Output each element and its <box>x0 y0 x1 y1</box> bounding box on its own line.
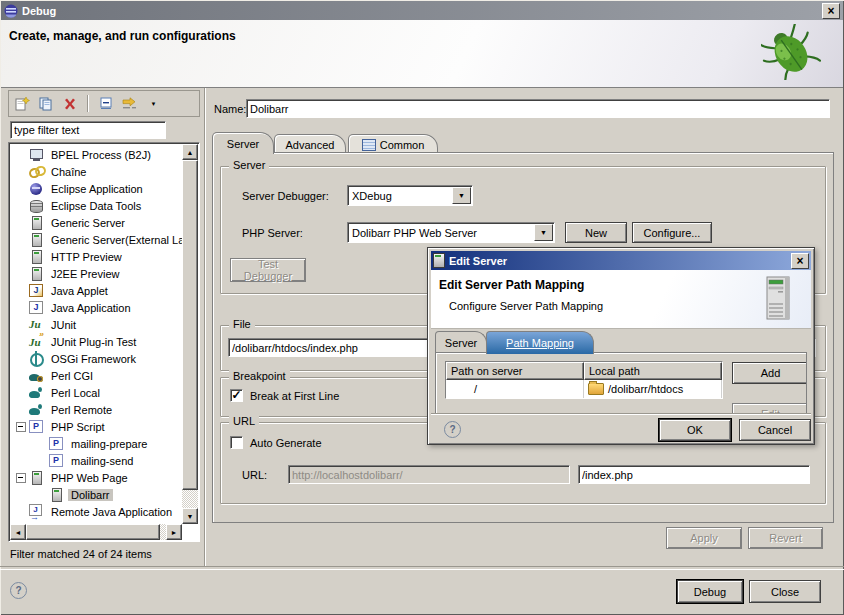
cancel-button[interactable]: Cancel <box>739 419 811 441</box>
revert-button[interactable]: Revert <box>748 527 823 549</box>
base-url-input[interactable] <box>288 465 570 484</box>
filter-input[interactable] <box>10 121 166 139</box>
duplicate-icon[interactable] <box>37 95 54 112</box>
auto-generate-label: Auto Generate <box>250 437 322 449</box>
dropdown-arrow-icon[interactable] <box>534 224 553 241</box>
tree-item-label: Java Application <box>48 302 134 314</box>
delete-icon[interactable] <box>61 95 78 112</box>
php-server-select[interactable]: Dolibarr PHP Web Server <box>347 222 555 243</box>
dropdown-arrow-icon[interactable] <box>452 187 471 204</box>
tree-item-label: Java Applet <box>48 285 111 297</box>
tree-panel: BPEL Process (B2J)ChaîneEclipse Applicat… <box>8 142 200 542</box>
tree-item-remote-java-application[interactable]: Remote Java Application <box>10 503 183 520</box>
scroll-down-icon[interactable]: ▼ <box>182 508 198 524</box>
php-server-value: Dolibarr PHP Web Server <box>348 227 533 239</box>
tree-vscroll-thumb[interactable] <box>182 160 198 490</box>
new-server-button[interactable]: New <box>565 222 627 243</box>
launch-type-tree[interactable]: BPEL Process (B2J)ChaîneEclipse Applicat… <box>10 144 183 524</box>
tree-item-php-script[interactable]: PHP Script <box>10 418 183 435</box>
filter-icon[interactable] <box>121 95 138 112</box>
test-debugger-button[interactable]: Test Debugger <box>230 258 306 282</box>
ok-button[interactable]: OK <box>659 419 731 441</box>
tree-item-mailing-prepare[interactable]: mailing-prepare <box>10 435 183 452</box>
junit-plugin-icon <box>28 334 44 349</box>
mapping-row[interactable]: //dolibarr/htdocs <box>446 380 722 398</box>
tree-item-generic-server[interactable]: Generic Server <box>10 214 183 231</box>
tree-item-perl-local[interactable]: Perl Local <box>10 384 183 401</box>
tree-item-eclipse-data-tools[interactable]: Eclipse Data Tools <box>10 197 183 214</box>
dialog-tab-server-label: Server <box>445 337 477 349</box>
help-icon[interactable] <box>10 582 27 599</box>
tree-item-bpel-process-b2j[interactable]: BPEL Process (B2J) <box>10 146 183 163</box>
eclipse-app-icon <box>28 181 44 196</box>
bpel-icon <box>28 147 44 162</box>
remote-java-icon <box>28 504 44 519</box>
tree-item-dolibarr[interactable]: Dolibarr <box>10 486 183 503</box>
name-input[interactable] <box>246 99 830 118</box>
url-path-input[interactable] <box>578 465 810 484</box>
dialog-close-icon[interactable] <box>791 253 809 269</box>
tab-advanced-label: Advanced <box>286 139 335 151</box>
column-local-path[interactable]: Local path <box>584 362 722 380</box>
break-first-line-checkbox[interactable] <box>230 389 243 402</box>
window-close-icon[interactable] <box>822 3 840 19</box>
server-icon <box>28 266 44 281</box>
debug-button[interactable]: Debug <box>677 580 743 603</box>
tree-item-perl-remote[interactable]: Perl Remote <box>10 401 183 418</box>
tree-item-label: Generic Server <box>48 217 128 229</box>
scroll-right-icon[interactable]: ► <box>166 524 182 540</box>
tree-item-eclipse-application[interactable]: Eclipse Application <box>10 180 183 197</box>
tree-item-http-preview[interactable]: HTTP Preview <box>10 248 183 265</box>
tab-server-label: Server <box>227 138 259 150</box>
tab-server[interactable]: Server <box>212 132 274 154</box>
scroll-left-icon[interactable]: ◄ <box>10 524 26 540</box>
add-mapping-button[interactable]: Add <box>732 362 807 384</box>
tree-item-label: JUnit <box>48 319 79 331</box>
tree-item-mailing-send[interactable]: mailing-send <box>10 452 183 469</box>
dialog-help-icon[interactable] <box>444 421 461 438</box>
tree-item-php-web-page[interactable]: PHP Web Page <box>10 469 183 486</box>
column-path-on-server[interactable]: Path on server <box>446 362 584 380</box>
tree-item-junit[interactable]: JUnit <box>10 316 183 333</box>
tree-item-label: Perl Remote <box>48 404 115 416</box>
dialog-tab-server[interactable]: Server <box>435 331 487 354</box>
tree-item-label: Remote Java Application <box>48 506 175 518</box>
tab-common[interactable]: Common <box>348 134 438 154</box>
table-header-row: Path on server Local path <box>446 362 722 380</box>
filter-menu-dropdown-icon[interactable] <box>145 95 162 112</box>
tree-item-j2ee-preview[interactable]: J2EE Preview <box>10 265 183 282</box>
tree-item-osgi-framework[interactable]: OSGi Framework <box>10 350 183 367</box>
dialog-header-band: Create, manage, and run configurations <box>1 20 843 88</box>
close-button[interactable]: Close <box>749 580 821 603</box>
breakpoint-group-label: Breakpoint <box>229 370 290 382</box>
osgi-icon <box>28 351 44 366</box>
tab-advanced[interactable]: Advanced <box>274 134 346 154</box>
auto-generate-checkbox[interactable] <box>230 436 243 449</box>
scroll-up-icon[interactable]: ▲ <box>182 144 198 160</box>
eclipse-icon <box>4 4 18 18</box>
configure-server-button[interactable]: Configure... <box>632 222 712 243</box>
apply-button[interactable]: Apply <box>666 527 742 549</box>
tree-item-perl-cgi[interactable]: Perl CGI <box>10 367 183 384</box>
tree-item-cha-ne[interactable]: Chaîne <box>10 163 183 180</box>
tree-item-label: Eclipse Data Tools <box>48 200 144 212</box>
collapse-all-icon[interactable] <box>97 95 114 112</box>
chain-icon <box>28 164 44 179</box>
tree-item-java-application[interactable]: Java Application <box>10 299 183 316</box>
tree-item-label: PHP Web Page <box>48 472 131 484</box>
dialog-tab-path-mapping[interactable]: Path Mapping <box>486 331 594 354</box>
tree-item-generic-server-external-la[interactable]: Generic Server(External La <box>10 231 183 248</box>
server-debugger-select[interactable]: XDebug <box>347 185 473 206</box>
footer-separator <box>0 566 844 570</box>
new-launch-config-icon[interactable] <box>13 95 30 112</box>
tree-item-java-applet[interactable]: Java Applet <box>10 282 183 299</box>
server-tower-icon <box>759 275 799 323</box>
tree-item-junit-plug-in-test[interactable]: JUnit Plug-in Test <box>10 333 183 350</box>
path-mapping-table[interactable]: Path on server Local path //dolibarr/htd… <box>445 361 723 399</box>
url-group-label: URL <box>229 415 259 427</box>
page-title: Create, manage, and run configurations <box>9 29 236 43</box>
dialog-subheading: Configure Server Path Mapping <box>449 300 603 312</box>
table-body: //dolibarr/htdocs <box>446 380 722 398</box>
panel-divider <box>204 88 205 566</box>
tree-hscroll-thumb[interactable] <box>26 524 160 540</box>
